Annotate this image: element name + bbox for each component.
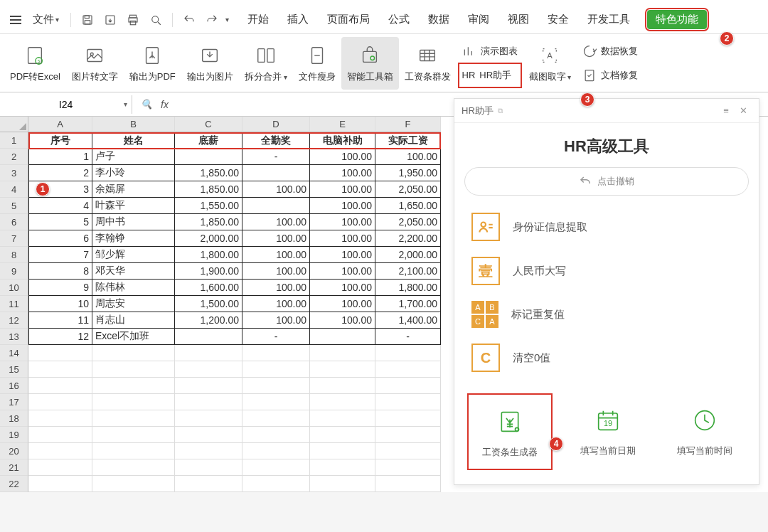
cell[interactable]: 100.00 <box>242 280 310 296</box>
cell[interactable]: 叶森平 <box>92 198 175 214</box>
tab-安全[interactable]: 安全 <box>546 10 570 29</box>
hr-assistant-button[interactable]: HRHR助手 <box>459 64 521 87</box>
cell[interactable] <box>375 459 441 476</box>
cell[interactable] <box>310 410 375 427</box>
chevron-down-icon[interactable]: ▾ <box>124 100 127 108</box>
cell[interactable] <box>375 378 441 394</box>
cell[interactable] <box>175 378 242 394</box>
name-box-input[interactable] <box>31 99 102 110</box>
cell[interactable]: 1,600.00 <box>175 280 242 296</box>
tab-插入[interactable]: 插入 <box>286 10 310 29</box>
row-header[interactable]: 7 <box>0 230 28 247</box>
cell[interactable] <box>310 378 375 394</box>
cell[interactable] <box>28 394 92 410</box>
cell[interactable]: 1,400.00 <box>375 312 441 329</box>
cell[interactable] <box>92 394 175 410</box>
qat-more-icon[interactable]: ▾ <box>225 16 229 23</box>
cell[interactable] <box>310 345 375 361</box>
cell[interactable]: 100.00 <box>310 181 375 198</box>
cell[interactable]: 1,950.00 <box>375 165 441 181</box>
cell[interactable]: 100.00 <box>242 181 310 198</box>
cell[interactable]: 7 <box>28 247 92 263</box>
tab-视图[interactable]: 视图 <box>506 10 530 29</box>
file-menu[interactable]: 文件▾ <box>28 10 63 29</box>
cell[interactable]: 李小玲 <box>92 165 175 181</box>
cell[interactable]: 2,100.00 <box>375 263 441 280</box>
payslip-send-button[interactable]: 工资条群发 <box>399 37 457 90</box>
cell[interactable]: 邓天华 <box>92 263 175 280</box>
cell[interactable]: 1,800.00 <box>375 280 441 296</box>
panel-close-icon[interactable]: ✕ <box>735 105 752 116</box>
cell[interactable]: 100.00 <box>310 312 375 329</box>
table-header-cell[interactable]: 电脑补助 <box>310 132 375 149</box>
cell[interactable]: 100.00 <box>242 296 310 312</box>
name-box[interactable]: ▾ <box>0 95 132 114</box>
hr-payslip-generator[interactable]: 工资条生成器 <box>467 393 553 470</box>
split-merge-button[interactable]: 拆分合并 ▾ <box>239 37 293 90</box>
hr-fill-date[interactable]: 19 填写当前日期 <box>567 393 649 470</box>
cell[interactable] <box>375 476 441 492</box>
present-chart-button[interactable]: 演示图表 <box>459 40 521 63</box>
cell[interactable] <box>375 427 441 443</box>
smart-toolbox-button[interactable]: 智能工具箱 <box>341 37 399 90</box>
pin-icon[interactable]: ⧉ <box>498 107 503 115</box>
cell[interactable] <box>242 165 310 181</box>
cell[interactable]: 2,200.00 <box>375 230 441 247</box>
col-header[interactable]: B <box>92 117 175 132</box>
cell[interactable] <box>310 443 375 459</box>
cell[interactable]: 李翰铮 <box>92 230 175 247</box>
cell[interactable] <box>28 345 92 361</box>
cell[interactable] <box>310 361 375 378</box>
row-header[interactable]: 4 <box>0 181 28 198</box>
cell[interactable] <box>28 410 92 427</box>
cell[interactable]: 100.00 <box>310 230 375 247</box>
cell[interactable]: 100.00 <box>375 149 441 165</box>
cell[interactable] <box>92 427 175 443</box>
cell[interactable] <box>28 459 92 476</box>
cell[interactable] <box>310 427 375 443</box>
table-header-cell[interactable]: 姓名 <box>92 132 175 149</box>
tab-开发工具[interactable]: 开发工具 <box>586 10 631 29</box>
col-header[interactable]: F <box>375 117 441 132</box>
table-header-cell[interactable]: 序号 <box>28 132 92 149</box>
cell[interactable] <box>175 394 242 410</box>
cell[interactable]: 100.00 <box>310 149 375 165</box>
col-header[interactable]: C <box>175 117 242 132</box>
cell[interactable]: 1 <box>28 149 92 165</box>
cell[interactable] <box>92 345 175 361</box>
cell[interactable] <box>242 443 310 459</box>
cell[interactable] <box>375 345 441 361</box>
cell[interactable] <box>28 476 92 492</box>
cell[interactable]: 5 <box>28 214 92 230</box>
cell[interactable]: 2,050.00 <box>375 181 441 198</box>
hr-rmb-upper[interactable]: 壹 人民币大写 <box>471 257 749 285</box>
cell[interactable]: 1,200.00 <box>175 312 242 329</box>
cell[interactable]: 邹少辉 <box>92 247 175 263</box>
redo-icon[interactable] <box>203 11 221 29</box>
cell[interactable] <box>242 394 310 410</box>
cell[interactable] <box>310 394 375 410</box>
row-header[interactable]: 12 <box>0 312 28 329</box>
cell[interactable] <box>375 443 441 459</box>
cell[interactable]: 1,550.00 <box>175 198 242 214</box>
cell[interactable] <box>92 476 175 492</box>
cell[interactable] <box>375 410 441 427</box>
cell[interactable]: Excel不加班 <box>92 329 175 345</box>
row-header[interactable]: 6 <box>0 214 28 230</box>
screenshot-ocr-button[interactable]: A截图取字 ▾ <box>523 37 577 90</box>
image-to-text-button[interactable]: 图片转文字 <box>66 37 124 90</box>
cell[interactable]: 12 <box>28 329 92 345</box>
cell[interactable] <box>375 394 441 410</box>
save-as-icon[interactable] <box>101 11 119 29</box>
tab-公式[interactable]: 公式 <box>387 10 411 29</box>
zoom-icon[interactable]: 🔍 <box>141 99 152 110</box>
cell[interactable]: 100.00 <box>310 214 375 230</box>
cell[interactable]: 2 <box>28 165 92 181</box>
hr-mark-dup[interactable]: ABCA 标记重复值 <box>471 301 749 328</box>
hamburger-icon[interactable] <box>7 13 24 27</box>
save-icon[interactable] <box>78 11 97 29</box>
row-header[interactable]: 16 <box>0 378 28 394</box>
cell[interactable]: 100.00 <box>310 280 375 296</box>
cell[interactable] <box>175 149 242 165</box>
row-header[interactable]: 5 <box>0 198 28 214</box>
